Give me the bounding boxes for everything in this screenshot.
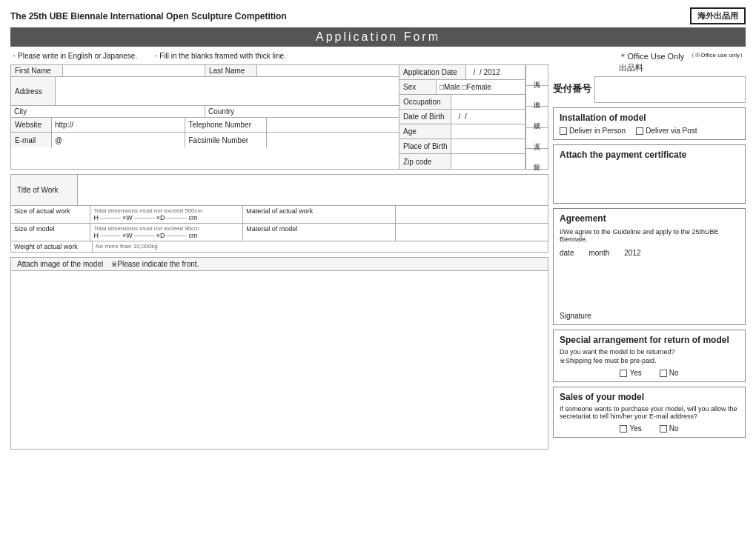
- facsimile-value[interactable]: [267, 133, 399, 147]
- model-h-input[interactable]: [100, 236, 121, 236]
- special-yes-checkbox[interactable]: [620, 370, 627, 377]
- first-name-value[interactable]: [63, 65, 205, 76]
- actual-hwxd: H ×W ×D cm: [93, 214, 239, 221]
- sales-title: Sales of your model: [560, 392, 739, 402]
- special-yes-label: Yes: [629, 369, 641, 377]
- zip-value[interactable]: [451, 154, 525, 169]
- special-question: Do you want the model to be returned?: [560, 348, 739, 356]
- juban-title: 受付番号: [553, 82, 591, 96]
- material-actual-value[interactable]: [396, 206, 548, 223]
- title-of-work-value[interactable]: [78, 175, 548, 205]
- header-row: The 25th UBE Biennale International Open…: [10, 7, 746, 24]
- actual-d-input[interactable]: [166, 218, 187, 218]
- last-name-cell: Last Name: [205, 65, 399, 76]
- agreement-text: I/We agree to the Guideline and apply to…: [560, 228, 739, 243]
- date-label: date: [560, 249, 574, 257]
- app-date-value[interactable]: / / 2012: [466, 65, 525, 79]
- special-no-item[interactable]: No: [660, 369, 679, 377]
- date-slash1: /: [469, 68, 480, 76]
- model-d: ×D: [156, 232, 165, 239]
- payment-box: Attach the payment certificate: [553, 144, 746, 204]
- sex-row: Sex □Male □Female: [399, 80, 525, 95]
- app-date-row: Application Date / / 2012: [399, 65, 525, 80]
- agreement-title: Agreement: [560, 213, 739, 224]
- sales-no-label: No: [669, 424, 679, 433]
- right-section: ＊Office Use Only 出品料 （※Office use only） …: [553, 51, 746, 454]
- place-value[interactable]: [451, 139, 525, 153]
- sales-yes-checkbox[interactable]: [620, 425, 627, 433]
- deliver-post-item[interactable]: Deliver via Post: [636, 127, 697, 135]
- address-value[interactable]: [56, 77, 399, 105]
- special-yes-item[interactable]: Yes: [620, 369, 641, 377]
- actual-w-input[interactable]: [134, 218, 155, 218]
- actual-h: H: [93, 214, 99, 221]
- deliver-person-label: Deliver in Person: [569, 127, 626, 135]
- last-name-value[interactable]: [257, 65, 399, 76]
- sales-no-checkbox[interactable]: [660, 425, 667, 433]
- installation-title: Installation of model: [560, 113, 739, 123]
- model-w-input[interactable]: [134, 236, 155, 236]
- office-top: ＊Office Use Only 出品料 （※Office use only）: [553, 51, 746, 73]
- attach-section: Attach image of the model ※Please indica…: [10, 257, 548, 450]
- occupation-value[interactable]: [451, 95, 525, 109]
- occupation-label: Occupation: [399, 95, 451, 109]
- model-d-input[interactable]: [166, 236, 187, 236]
- zip-row: Zip code: [399, 154, 525, 169]
- telephone-value[interactable]: [267, 118, 399, 132]
- form-title-bar: Application Form: [10, 27, 746, 47]
- male-checkbox[interactable]: □Male: [440, 83, 460, 91]
- female-checkbox[interactable]: □Female: [462, 83, 491, 91]
- special-no-checkbox[interactable]: [660, 370, 667, 377]
- juban-input[interactable]: [594, 76, 746, 103]
- size-actual-row: Size of actual work Total dimensions mus…: [11, 206, 548, 224]
- deliver-post-checkbox[interactable]: [636, 127, 643, 135]
- telephone-label: Telephone Number: [185, 118, 267, 132]
- dob-value[interactable]: / /: [451, 110, 525, 124]
- email-label: E-mail: [11, 133, 52, 147]
- dob-row: Date of Birth / /: [399, 110, 525, 124]
- sales-checkboxes: Yes No: [560, 424, 739, 433]
- sex-label: Sex: [399, 80, 437, 94]
- agreement-box: Agreement I/We agree to the Guideline an…: [553, 208, 746, 325]
- sales-yes-label: Yes: [629, 424, 641, 433]
- sales-box: Sales of your model If someone wants to …: [553, 387, 746, 438]
- first-name-cell: First Name: [11, 65, 205, 76]
- sales-text: If someone wants to purchase your model,…: [560, 405, 739, 420]
- hanko-hairu: 搬入: [526, 65, 548, 86]
- last-name-label: Last Name: [205, 65, 257, 76]
- signature-label: Signature: [560, 312, 739, 320]
- city-country-row: City Country: [11, 106, 399, 118]
- attach-body[interactable]: [11, 271, 548, 449]
- personal-fields: First Name Last Name Address: [11, 65, 399, 169]
- website-value[interactable]: http://: [52, 118, 185, 132]
- model-cm: cm: [188, 232, 197, 239]
- kaigai-badge: 海外出品用: [690, 7, 746, 24]
- title-of-work-label: Title of Work: [11, 175, 78, 205]
- payment-title: Attach the payment certificate: [560, 150, 739, 160]
- left-section: ・Please write in English or Japanese. ・F…: [10, 51, 548, 454]
- special-no-label: No: [669, 369, 679, 377]
- installation-checkboxes: Deliver in Person Deliver via Post: [560, 127, 739, 135]
- model-w: ×W: [122, 232, 133, 239]
- competition-title: The 25th UBE Biennale International Open…: [10, 11, 287, 21]
- title-of-work-row: Title of Work: [11, 175, 548, 206]
- deliver-person-checkbox[interactable]: [560, 127, 567, 135]
- top-form: First Name Last Name Address: [10, 64, 548, 170]
- email-value[interactable]: @: [52, 133, 185, 147]
- address-row: Address: [11, 77, 399, 106]
- deliver-person-item[interactable]: Deliver in Person: [560, 127, 626, 135]
- installation-box: Installation of model Deliver in Person …: [553, 107, 746, 140]
- signature-space[interactable]: [560, 269, 739, 306]
- sales-yes-item[interactable]: Yes: [620, 424, 641, 433]
- actual-cm: cm: [188, 214, 197, 221]
- zip-label: Zip code: [399, 154, 451, 169]
- website-row: Website http:// Telephone Number: [11, 118, 399, 133]
- material-model-cell: Material of model: [243, 224, 396, 241]
- actual-h-input[interactable]: [100, 218, 121, 218]
- attach-label: Attach image of the model: [17, 260, 103, 268]
- sales-no-item[interactable]: No: [660, 424, 679, 433]
- material-model-value[interactable]: [396, 224, 548, 241]
- facsimile-label: Facsimile Number: [185, 133, 267, 147]
- special-checkboxes: Yes No: [560, 369, 739, 377]
- age-value[interactable]: [451, 124, 525, 138]
